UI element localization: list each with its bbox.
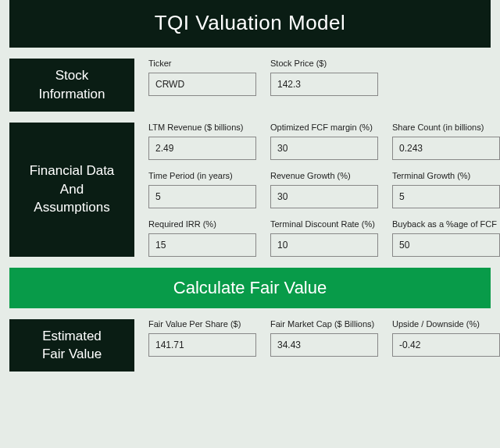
label-ltm-revenue: LTM Revenue ($ billions) (148, 123, 256, 132)
input-terminal-discount[interactable] (270, 233, 378, 257)
label-revenue-growth: Revenue Growth (%) (270, 171, 378, 180)
input-buyback-pct[interactable] (392, 233, 500, 257)
input-upside-downside[interactable] (392, 333, 500, 357)
input-stock-price[interactable] (270, 73, 378, 96)
section-label-financial: Financial Data And Assumptions (9, 123, 134, 257)
section-stock-information: Stock Information Ticker Stock Price ($) (9, 59, 491, 112)
field-stock-price: Stock Price ($) (270, 59, 378, 96)
valuation-model-page: TQI Valuation Model Stock Information Ti… (0, 0, 500, 372)
field-terminal-growth: Terminal Growth (%) (392, 171, 500, 208)
section-estimated: Estimated Fair Value Fair Value Per Shar… (9, 319, 491, 372)
field-row: LTM Revenue ($ billions) Optimized FCF m… (148, 123, 500, 160)
input-fair-market-cap[interactable] (270, 333, 378, 357)
input-fair-value-per-share[interactable] (148, 333, 256, 357)
section-label-estimated: Estimated Fair Value (9, 319, 134, 372)
field-share-count: Share Count (in billions) (392, 123, 500, 160)
field-ticker: Ticker (148, 59, 256, 96)
calc-row: Calculate Fair Value (9, 268, 491, 308)
field-buyback-pct: Buyback as a %age of FCF (392, 219, 500, 257)
fields-financial: LTM Revenue ($ billions) Optimized FCF m… (134, 123, 500, 257)
section-financial: Financial Data And Assumptions LTM Reven… (9, 123, 491, 257)
input-required-irr[interactable] (148, 233, 256, 257)
label-share-count: Share Count (in billions) (392, 123, 500, 132)
field-row: Required IRR (%) Terminal Discount Rate … (148, 219, 500, 257)
field-terminal-discount: Terminal Discount Rate (%) (270, 219, 378, 257)
field-row: Time Period (in years) Revenue Growth (%… (148, 171, 500, 208)
label-time-period: Time Period (in years) (148, 171, 256, 180)
input-fcf-margin[interactable] (270, 137, 378, 160)
calculate-fair-value-button[interactable]: Calculate Fair Value (9, 268, 491, 308)
input-time-period[interactable] (148, 185, 256, 208)
field-row: Fair Value Per Share ($) Fair Market Cap… (148, 319, 500, 357)
field-fair-value-per-share: Fair Value Per Share ($) (148, 319, 256, 357)
input-revenue-growth[interactable] (270, 185, 378, 208)
label-required-irr: Required IRR (%) (148, 219, 256, 229)
label-terminal-discount: Terminal Discount Rate (%) (270, 219, 378, 229)
label-buyback-pct: Buyback as a %age of FCF (392, 219, 500, 229)
title-bar: TQI Valuation Model (9, 0, 491, 48)
fields-estimated: Fair Value Per Share ($) Fair Market Cap… (134, 319, 500, 372)
field-upside-downside: Upside / Downside (%) (392, 319, 500, 357)
page-title: TQI Valuation Model (9, 11, 491, 35)
label-ticker: Ticker (148, 59, 256, 68)
label-terminal-growth: Terminal Growth (%) (392, 171, 500, 180)
label-fcf-margin: Optimized FCF margin (%) (270, 123, 378, 132)
fields-stock: Ticker Stock Price ($) (134, 59, 491, 112)
field-required-irr: Required IRR (%) (148, 219, 256, 257)
label-fair-value-per-share: Fair Value Per Share ($) (148, 319, 256, 329)
input-terminal-growth[interactable] (392, 185, 500, 208)
field-time-period: Time Period (in years) (148, 171, 256, 208)
field-revenue-growth: Revenue Growth (%) (270, 171, 378, 208)
input-ticker[interactable] (148, 73, 256, 96)
section-label-stock: Stock Information (9, 59, 134, 112)
field-row: Ticker Stock Price ($) (148, 59, 491, 96)
label-upside-downside: Upside / Downside (%) (392, 319, 500, 329)
input-ltm-revenue[interactable] (148, 137, 256, 160)
field-ltm-revenue: LTM Revenue ($ billions) (148, 123, 256, 160)
label-stock-price: Stock Price ($) (270, 59, 378, 68)
input-share-count[interactable] (392, 137, 500, 160)
field-fcf-margin: Optimized FCF margin (%) (270, 123, 378, 160)
label-fair-market-cap: Fair Market Cap ($ Billions) (270, 319, 378, 329)
field-fair-market-cap: Fair Market Cap ($ Billions) (270, 319, 378, 357)
